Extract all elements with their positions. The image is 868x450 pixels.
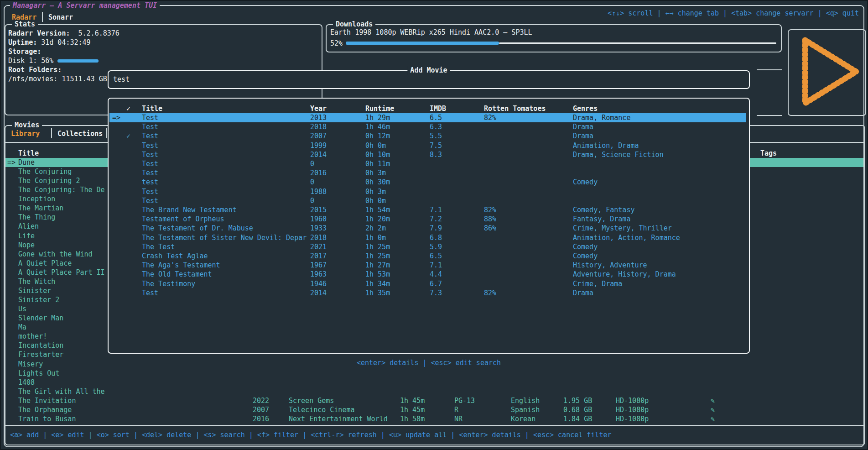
library-cell-quality: HD-1080p xyxy=(616,414,649,424)
library-list-item[interactable]: Us xyxy=(18,304,26,314)
result-row[interactable]: The Brand New Testament20151h 54m7.182%C… xyxy=(109,205,749,215)
tab-sonarr[interactable]: Sonarr xyxy=(48,13,73,22)
result-cell-rt: 82% xyxy=(484,205,496,215)
add-movie-search-input[interactable]: test xyxy=(113,75,130,84)
library-list-item[interactable]: Sinister xyxy=(18,286,51,295)
library-list-item[interactable]: Dune xyxy=(18,158,35,167)
result-cell-title: The Test xyxy=(142,242,175,251)
result-row[interactable]: Testament of Orpheus19601h 20m7.288%Fant… xyxy=(109,215,749,224)
library-list-item[interactable]: Ma xyxy=(18,323,26,332)
result-cell-year: 1967 xyxy=(310,261,327,270)
stats-version: Radarr Version: 5.2.6.8376 xyxy=(8,29,120,38)
result-cell-runtime: 1h 27m xyxy=(365,261,390,270)
result-cell-genres: Fantasy, Drama xyxy=(573,215,630,224)
result-cell-runtime: 0h 10m xyxy=(365,150,390,159)
result-row[interactable]: The Testimony19461h 34m6.7Crime, Drama xyxy=(109,279,749,288)
result-cell-year: 1963 xyxy=(310,270,327,279)
library-list-item[interactable]: A Quiet Place Part II xyxy=(18,268,105,277)
movies-tab-separator-2 xyxy=(106,128,107,138)
library-list-item[interactable]: Life xyxy=(18,231,35,241)
app-title: Managarr – A Servarr management TUI xyxy=(10,1,160,10)
movies-tab-separator xyxy=(51,128,52,138)
library-list-item[interactable]: Alien xyxy=(18,222,39,231)
library-list-item[interactable]: mother! xyxy=(18,332,47,341)
library-list-item[interactable]: 1408 xyxy=(18,378,35,387)
result-row[interactable]: Test00h 11m xyxy=(109,159,749,168)
result-row[interactable]: The Testament of Sister New Devil: Depar… xyxy=(109,233,749,242)
result-cell-runtime: 0h 3m xyxy=(365,168,386,178)
library-list-item[interactable]: Inception xyxy=(18,194,55,204)
library-list-item[interactable]: Incantation xyxy=(18,341,63,350)
library-list-item[interactable]: The Conjuring 2 xyxy=(18,176,80,185)
result-cell-year: 2014 xyxy=(310,150,327,159)
result-cell-runtime: 1h 29m xyxy=(365,113,390,122)
library-list-item[interactable]: Nope xyxy=(18,241,35,250)
library-cell-certification: PG-13 xyxy=(454,396,475,405)
result-cell-year: 1933 xyxy=(310,224,327,233)
results-header-imdb: IMDB xyxy=(430,104,446,113)
library-list-item[interactable]: Misery xyxy=(18,360,43,369)
library-list-item[interactable]: Train to Busan xyxy=(18,414,76,424)
result-cell-imdb: 7.5 xyxy=(430,141,442,150)
result-row[interactable]: Test20160h 3m xyxy=(109,168,749,178)
library-list-item[interactable]: Lights Out xyxy=(18,369,59,378)
managarr-logo-icon xyxy=(789,30,865,115)
library-list-item[interactable]: The Invitation xyxy=(18,396,76,405)
library-list-item[interactable]: The Thing xyxy=(18,213,55,222)
download-percent: 52% xyxy=(330,39,343,48)
library-list-item[interactable]: The Martian xyxy=(18,204,63,213)
result-row[interactable]: Test19880h 3m xyxy=(109,187,749,196)
border-fragment xyxy=(757,69,782,70)
result-row[interactable]: Crash Test Aglae20171h 25m6.5Comedy xyxy=(109,251,749,261)
result-cell-rt: 86% xyxy=(484,224,496,233)
result-row[interactable]: The Test20211h 25m5.9Comedy xyxy=(109,242,749,251)
library-list-item[interactable]: Gone with the Wind xyxy=(18,250,93,259)
managarr-screen: Managarr – A Servarr management TUI <↑↓>… xyxy=(1,1,867,449)
result-row[interactable]: The Aga's Testament19671h 27m7.1History,… xyxy=(109,261,749,270)
library-list-item[interactable]: The Witch xyxy=(18,277,55,286)
result-cell-runtime: 1h 20m xyxy=(365,215,390,224)
result-row[interactable]: Test00h 0m xyxy=(109,196,749,205)
result-cell-year: 2007 xyxy=(310,131,327,141)
library-cell-certification: R xyxy=(454,405,458,414)
result-row[interactable]: Test20140h 10m8.3Drama, Science Fiction xyxy=(109,150,749,159)
result-row[interactable]: =>Test20131h 29m6.582%Drama, Romance xyxy=(109,113,749,122)
result-cell-title: Test xyxy=(142,168,158,178)
result-cell-runtime: 0h 0m xyxy=(365,141,386,150)
result-cell-title: The Testament of Dr. Mabuse xyxy=(142,224,253,233)
result-cell-year: 2014 xyxy=(310,288,327,298)
result-cell-genres: Comedy xyxy=(573,251,598,261)
library-list-item[interactable]: Slender Man xyxy=(18,314,63,323)
result-row[interactable]: Test20181h 46m6.3Drama xyxy=(109,122,749,131)
library-cell-runtime: 1h 58m xyxy=(400,414,425,424)
disk-usage-gauge xyxy=(57,59,99,63)
result-cell-genres: Animation, Drama xyxy=(573,141,639,150)
movies-tab-collections[interactable]: Collections xyxy=(57,129,103,138)
library-list-item[interactable]: Firestarter xyxy=(18,350,63,359)
movies-tab-library[interactable]: Library xyxy=(11,129,40,138)
result-row[interactable]: The Testament of Dr. Mabuse19332h 2m7.98… xyxy=(109,224,749,233)
result-cell-title: Test xyxy=(142,113,158,122)
library-list-item[interactable]: The Conjuring: The De xyxy=(18,185,105,194)
result-cell-title: The Aga's Testament xyxy=(142,261,220,270)
result-cell-title: Test xyxy=(142,288,158,298)
library-keybinds: <a> add | <e> edit | <o> sort | <del> de… xyxy=(10,430,612,440)
result-cell-year: 2013 xyxy=(310,113,327,122)
library-list-item[interactable]: Sinister 2 xyxy=(18,295,59,304)
library-list-item[interactable]: A Quiet Place xyxy=(18,259,72,268)
library-list-item[interactable]: The Girl with All the xyxy=(18,387,105,396)
result-cell-runtime: 1h 53m xyxy=(365,270,390,279)
in-library-check-icon: ✓ xyxy=(126,131,130,141)
result-row[interactable]: Test19990h 0m7.5Animation, Drama xyxy=(109,141,749,150)
library-tags-header: Tags xyxy=(760,149,777,158)
library-list-item[interactable]: The Orphanage xyxy=(18,405,72,414)
result-row[interactable]: The Old Testament19631h 53m4.4Adventure,… xyxy=(109,270,749,279)
result-cell-runtime: 1h 35m xyxy=(365,288,390,298)
result-row[interactable]: Test20141h 35m7.382%Drama xyxy=(109,288,749,298)
result-row[interactable]: test00h 30mComedy xyxy=(109,178,749,187)
result-row[interactable]: ✓Test20070h 12m5.5Drama xyxy=(109,131,749,141)
library-list-item[interactable]: The Conjuring xyxy=(18,167,72,176)
result-cell-rt: 82% xyxy=(484,288,496,298)
add-movie-search-box[interactable]: Add Movie test xyxy=(108,70,750,89)
download-progress-filled xyxy=(346,42,499,45)
